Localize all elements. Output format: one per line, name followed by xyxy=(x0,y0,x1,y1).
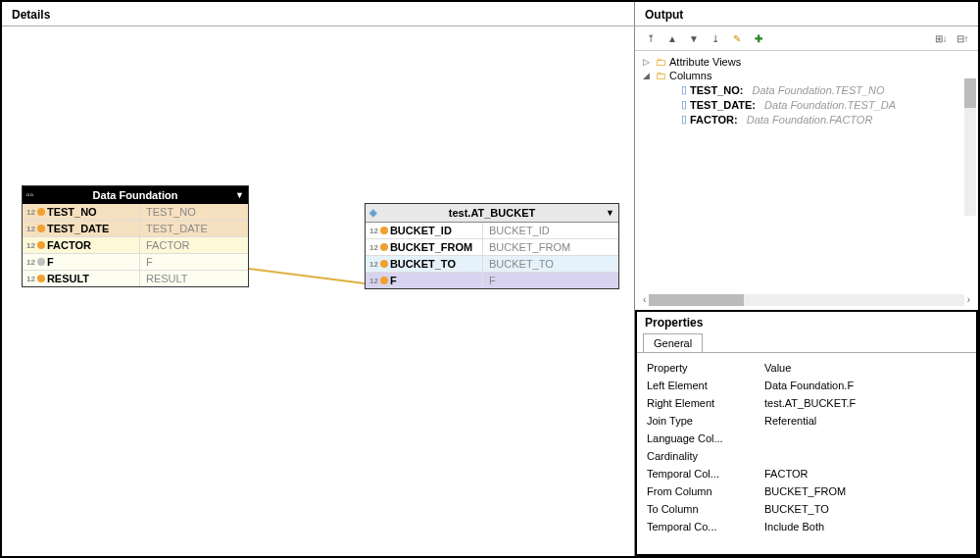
property-row[interactable]: Cardinality xyxy=(647,447,966,465)
folder-icon: 🗀 xyxy=(656,56,666,68)
column-dot-icon xyxy=(380,277,388,284)
column-dot-icon xyxy=(380,243,388,251)
properties-header-row: Property Value xyxy=(647,359,966,377)
column-icon: ▯ xyxy=(681,113,687,126)
tree-column-item[interactable]: ▯ TEST_DATE: Data Foundation.TEST_DA xyxy=(643,97,970,112)
properties-pane: Properties General Property Value Left E… xyxy=(635,310,978,557)
edit-button[interactable]: ✎ xyxy=(729,30,745,46)
properties-title: Properties xyxy=(637,312,976,333)
horizontal-scrollbar[interactable] xyxy=(649,294,963,306)
node-icon: ▫▫ xyxy=(26,189,33,200)
expander-icon[interactable]: ▷ xyxy=(643,57,653,67)
details-panel: Details ▫▫ Data Foundation ▼ 12TEST_NO T… xyxy=(2,2,635,556)
col-header-value: Value xyxy=(764,362,966,374)
scrollbar-thumb[interactable] xyxy=(964,78,976,108)
node-row[interactable]: 12BUCKET_FROM BUCKET_FROM xyxy=(366,239,618,256)
col-header-property: Property xyxy=(647,362,764,374)
horizontal-scroll-area: ‹ › xyxy=(635,294,978,310)
add-button[interactable]: ✚ xyxy=(751,30,766,46)
node-header[interactable]: ▫▫ Data Foundation ▼ xyxy=(23,186,248,204)
properties-table: Property Value Left Element Data Foundat… xyxy=(637,353,976,541)
node-row[interactable]: 12RESULT RESULT xyxy=(23,271,248,286)
node-data-foundation[interactable]: ▫▫ Data Foundation ▼ 12TEST_NO TEST_NO 1… xyxy=(22,185,249,287)
column-dot-icon xyxy=(37,225,45,232)
node-row[interactable]: 12BUCKET_TO BUCKET_TO xyxy=(366,256,618,273)
property-row[interactable]: Join Type Referential xyxy=(647,412,966,430)
property-row[interactable]: To Column BUCKET_TO xyxy=(647,500,966,518)
property-row[interactable]: Right Element test.AT_BUCKET.F xyxy=(647,394,966,412)
tree-column-item[interactable]: ▯ FACTOR: Data Foundation.FACTOR xyxy=(643,112,970,127)
dropdown-arrow-icon[interactable]: ▼ xyxy=(235,190,244,200)
node-row[interactable]: 12BUCKET_ID BUCKET_ID xyxy=(366,223,618,239)
column-dot-icon xyxy=(380,227,388,234)
output-title: Output xyxy=(635,2,978,26)
node-header[interactable]: ◈ test.AT_BUCKET ▼ xyxy=(366,204,618,223)
column-dot-icon xyxy=(37,258,45,266)
node-row[interactable]: 12TEST_NO TEST_NO xyxy=(23,204,248,221)
details-title: Details xyxy=(2,2,634,26)
output-body: ▷ 🗀 Attribute Views ◢ 🗀 Columns ▯ TEST_N… xyxy=(635,51,978,294)
move-top-button[interactable]: ⤒ xyxy=(643,30,659,46)
column-dot-icon xyxy=(380,260,388,268)
cube-icon: ◈ xyxy=(369,207,377,218)
tree-item-columns[interactable]: ◢ 🗀 Columns xyxy=(643,69,970,82)
column-dot-icon xyxy=(37,275,45,282)
dropdown-arrow-icon[interactable]: ▼ xyxy=(606,208,614,218)
node-at-bucket[interactable]: ◈ test.AT_BUCKET ▼ 12BUCKET_ID BUCKET_ID… xyxy=(365,203,619,289)
vertical-scrollbar[interactable] xyxy=(964,78,976,216)
tree-column-item[interactable]: ▯ TEST_NO: Data Foundation.TEST_NO xyxy=(643,82,970,97)
svg-line-0 xyxy=(249,269,365,283)
scrollbar-thumb[interactable] xyxy=(649,294,743,306)
property-row[interactable]: Left Element Data Foundation.F xyxy=(647,377,966,394)
node-title: Data Foundation xyxy=(93,189,178,201)
property-row[interactable]: Temporal Col... FACTOR xyxy=(647,465,966,482)
properties-tabstrip: General xyxy=(637,333,976,353)
node-row[interactable]: 12FACTOR FACTOR xyxy=(23,237,248,254)
node-title: test.AT_BUCKET xyxy=(449,207,535,219)
column-dot-icon xyxy=(37,241,45,249)
diagram-canvas[interactable]: ▫▫ Data Foundation ▼ 12TEST_NO TEST_NO 1… xyxy=(2,26,634,556)
property-row[interactable]: Language Col... xyxy=(647,430,966,447)
node-row[interactable]: 12F F xyxy=(23,254,248,271)
collapse-all-button[interactable]: ⊟↑ xyxy=(955,30,970,46)
tree-item-attribute-views[interactable]: ▷ 🗀 Attribute Views xyxy=(643,55,970,69)
expand-all-button[interactable]: ⊞↓ xyxy=(933,30,949,46)
node-row[interactable]: 12F F xyxy=(366,273,618,288)
tab-general[interactable]: General xyxy=(643,333,703,352)
right-panel: Output ⤒ ▲ ▼ ⤓ ✎ ✚ ⊞↓ ⊟↑ ▷ 🗀 Attribute V… xyxy=(635,2,978,556)
move-up-button[interactable]: ▲ xyxy=(664,30,680,46)
app-root: Details ▫▫ Data Foundation ▼ 12TEST_NO T… xyxy=(0,0,980,558)
node-row[interactable]: 12TEST_DATE TEST_DATE xyxy=(23,221,248,237)
output-toolbar: ⤒ ▲ ▼ ⤓ ✎ ✚ ⊞↓ ⊟↑ xyxy=(635,26,978,51)
column-dot-icon xyxy=(37,208,45,216)
folder-icon: 🗀 xyxy=(656,70,666,81)
property-row[interactable]: From Column BUCKET_FROM xyxy=(647,482,966,500)
column-icon: ▯ xyxy=(681,98,687,111)
scroll-left-button[interactable]: ‹ xyxy=(643,294,646,305)
expander-icon[interactable]: ◢ xyxy=(643,71,653,80)
move-bottom-button[interactable]: ⤓ xyxy=(708,30,723,46)
output-tree[interactable]: ▷ 🗀 Attribute Views ◢ 🗀 Columns ▯ TEST_N… xyxy=(635,51,978,208)
property-row[interactable]: Temporal Co... Include Both xyxy=(647,518,966,535)
column-icon: ▯ xyxy=(681,83,687,96)
move-down-button[interactable]: ▼ xyxy=(686,30,702,46)
scroll-right-button[interactable]: › xyxy=(967,294,970,305)
